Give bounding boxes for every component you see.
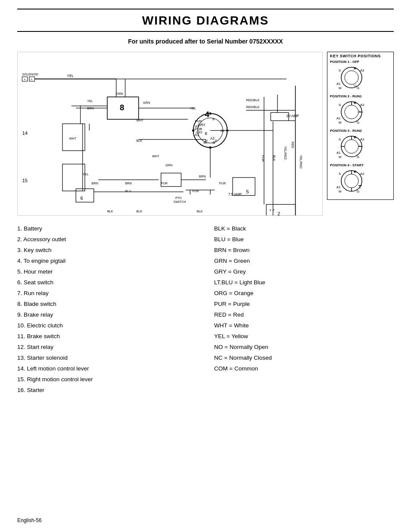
svg-text:S: S [339,68,341,72]
svg-text:G: G [357,155,359,159]
ks-position-4: POSITION 4 - START S B A2 A1 L M G [330,163,391,194]
legend-item-8: 8. Blade switch [17,299,197,310]
abbrev-nc: NC = Normally Closed [214,353,394,364]
svg-text:RED: RED [291,142,295,148]
svg-text:WHT: WHT [152,154,159,158]
color-gry: GRY = Grey [214,267,394,277]
svg-point-93 [226,129,228,131]
svg-text:GRN: GRN [165,163,172,167]
legend-item-9: 9. Brake relay [17,310,197,320]
svg-text:M: M [339,121,342,124]
svg-point-131 [345,140,358,153]
svg-point-110 [341,67,362,88]
key-switch-title: KEY SWITCH POSITIONS [330,54,391,58]
ks-position-2: POSITION 2 - RUN1 S B A2 A1 LL M G [330,94,391,125]
svg-text:G: G [357,121,359,124]
svg-text:A2: A2 [360,172,364,176]
svg-text:A2: A2 [210,136,215,140]
svg-text:LL: LL [359,109,363,113]
svg-text:M: M [339,190,342,193]
color-org: ORG = Orange [214,288,394,299]
svg-text:GRN: GRN [143,101,150,105]
subtitle: For units produced after to Serial Numbe… [17,38,394,45]
svg-text:BRN: BRN [125,181,132,185]
svg-text:RED/BLK: RED/BLK [246,98,259,102]
svg-text:A1: A1 [336,82,341,86]
svg-text:LL: LL [359,144,363,148]
svg-text:M: M [339,86,342,90]
wiring-diagram: SOLENOID + + YEL 8 14 15 6 10 [17,52,323,216]
color-wht: WHT = White [214,320,394,331]
svg-text:+: + [24,78,26,81]
key-switch-box: KEY SWITCH POSITIONS POSITION 1 - OFF S … [327,52,394,200]
svg-text:5: 5 [246,189,249,194]
svg-text:14: 14 [22,131,28,136]
ks-position-3: POSITION 3 - RUN2 S B A2 A1 LL M G [330,129,391,160]
ks-pos-4-label: POSITION 4 - START [330,163,391,167]
page-title: WIRING DIAGRAMS [17,14,394,28]
svg-text:A2: A2 [360,137,364,141]
svg-text:B: B [354,101,356,105]
svg-text:PUR: PUR [161,181,168,185]
svg-point-94 [209,146,211,149]
legend-item-14: 14. Left motion control lever [17,364,197,374]
svg-text:PUR: PUR [195,119,202,123]
legend-item-10: 10. Electric clutch [17,320,197,331]
svg-text:+: + [31,78,32,81]
svg-text:BLK: BLK [137,209,143,213]
svg-text:S: S [339,172,341,176]
svg-point-111 [345,71,358,84]
svg-text:BLK: BLK [107,209,113,213]
svg-text:PTO: PTO [175,196,182,200]
svg-text:SWITCH: SWITCH [174,200,186,204]
color-blk: BLK = Black [214,224,394,234]
legend-item-6: 6. Seat switch [17,277,197,288]
page: WIRING DIAGRAMS For units produced after… [0,0,411,532]
color-red: RED = Red [214,310,394,320]
svg-text:B: B [354,135,356,139]
svg-text:2: 2 [277,211,280,215]
svg-text:BRN: BRN [92,181,98,185]
legend-item-13: 13. Starter solenoid [17,353,197,364]
legend-item-7: 7. Run relay [17,288,197,299]
ks-pos-2-label: POSITION 2 - RUN1 [330,94,391,98]
legend-item-5: 5. Hour meter [17,267,197,277]
svg-text:B: B [354,170,356,174]
svg-text:BLK: BLK [197,209,203,213]
legend-left: 1. Battery 2. Accessory outlet 3. Key sw… [17,224,206,396]
svg-text:A1: A1 [336,185,341,189]
legend-item-16: 16. Starter [17,385,197,396]
svg-text:15: 15 [22,178,28,183]
footer: English-56 [17,517,42,523]
svg-text:GRN: GRN [116,92,123,96]
color-blu: BLU = Blue [214,234,394,245]
svg-text:+ +: + + [269,208,274,212]
color-pur: PUR = Purple [214,299,394,310]
svg-point-95 [192,129,194,131]
svg-text:S: S [339,137,341,141]
svg-text:A2: A2 [360,103,364,107]
svg-text:YEL/RED: YEL/RED [283,146,287,159]
svg-text:A1: A1 [336,116,341,120]
legend-item-3: 3. Key switch [17,245,197,256]
abbrev-com: COM = Common [214,364,394,374]
svg-text:A2: A2 [221,129,224,133]
svg-point-92 [209,112,211,115]
color-brn: BRN = Brown [214,245,394,256]
legend-item-12: 12. Start relay [17,342,197,353]
legend-item-15: 15. Right motion control lever [17,374,197,385]
svg-text:G: G [357,190,359,193]
svg-text:8: 8 [120,103,124,112]
svg-text:YEL/RED: YEL/RED [299,155,303,168]
svg-text:YEL: YEL [67,74,74,78]
ks-pos-1-label: POSITION 1 - OFF [330,60,391,64]
ks-pos-3-label: POSITION 3 - RUN2 [330,129,391,133]
svg-text:BLU: BLU [125,189,131,193]
svg-text:M: M [339,155,342,159]
svg-text:YEL: YEL [83,172,89,176]
svg-text:M: M [205,139,208,143]
svg-text:YEL: YEL [87,99,93,103]
svg-text:RED/BLK: RED/BLK [246,105,259,109]
diagram-area: SOLENOID + + YEL 8 14 15 6 10 [17,52,394,216]
svg-text:WHT: WHT [69,137,77,140]
